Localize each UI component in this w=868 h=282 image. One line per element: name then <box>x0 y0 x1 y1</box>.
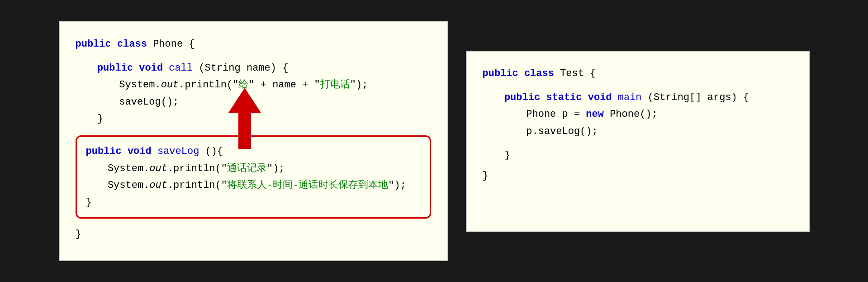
arrow-shaft <box>238 113 251 149</box>
left-code-panel: public class Phone { public void call (S… <box>59 21 448 261</box>
call-method-line: public void call (String name) { <box>76 60 431 76</box>
class-declaration-right: public class Test { <box>483 65 793 82</box>
close-brace-class-left: } <box>76 226 431 243</box>
arrow-head <box>228 88 261 113</box>
close-brace-class-right: } <box>483 167 793 184</box>
main-method-line: public static void main (String[] args) … <box>483 89 793 106</box>
savelog-call-right-line: p.saveLog(); <box>483 123 793 140</box>
kw-class: class <box>117 38 147 50</box>
right-code-panel: public class Test { public static void m… <box>466 51 810 232</box>
println3-line: System.out.println("将联系人-时间-通话时长保存到本地"); <box>86 177 421 194</box>
red-arrow <box>228 88 261 149</box>
phone-new-line: Phone p = new Phone(); <box>483 106 793 123</box>
class-declaration-left: public class Phone { <box>76 36 431 53</box>
kw-public: public <box>76 38 111 50</box>
println2-line: System.out.println("通话记录"); <box>86 160 421 177</box>
close-brace-savelog: } <box>86 194 421 211</box>
close-brace-main: } <box>483 147 793 164</box>
savelog-highlighted-box: public void saveLog (){ System.out.print… <box>76 135 431 219</box>
